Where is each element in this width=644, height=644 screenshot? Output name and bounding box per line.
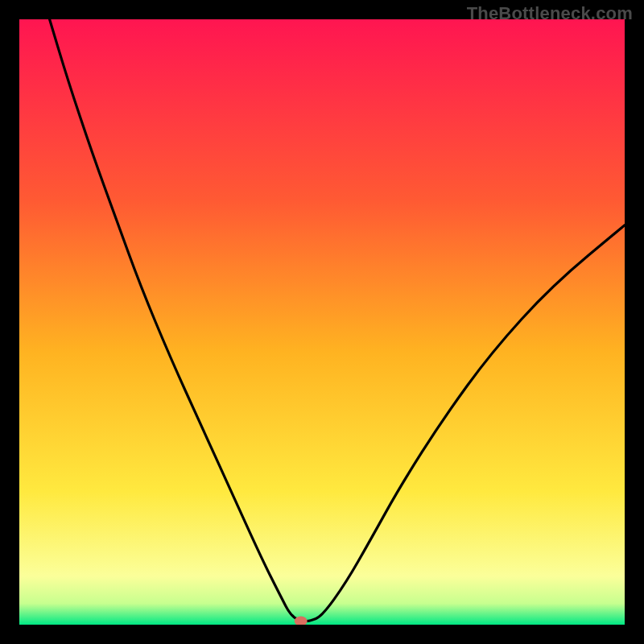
chart-svg — [19, 19, 625, 625]
watermark-text: TheBottleneck.com — [467, 3, 633, 24]
plot-area — [19, 19, 625, 625]
gradient-background — [19, 19, 625, 625]
chart-frame: TheBottleneck.com — [0, 0, 644, 644]
